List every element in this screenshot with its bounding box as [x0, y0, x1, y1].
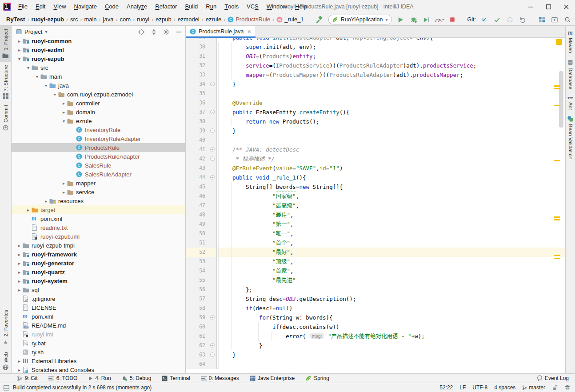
gutter-line-number[interactable]: 44 [186, 173, 209, 182]
tree-row[interactable]: ▸External Libraries [12, 356, 185, 365]
breadcrumb-item[interactable]: RyTest [6, 16, 25, 23]
gutter-line-number[interactable]: 49 [186, 220, 209, 229]
tree-row[interactable]: ?ry.bat [12, 339, 185, 348]
tree-toggle-icon[interactable]: ▸ [60, 181, 67, 186]
menu-navigate[interactable]: Navigate [70, 0, 101, 13]
toolwindow-button-terminal[interactable]: Terminal [162, 375, 190, 381]
fold-column[interactable] [209, 350, 217, 360]
code-text[interactable]: "顶级", [217, 257, 565, 266]
gutter-line-number[interactable]: 50 [186, 229, 209, 238]
breadcrumb-item[interactable]: main [84, 16, 96, 23]
tree-row[interactable]: .gitignore [12, 294, 185, 303]
gutter-line-number[interactable]: 29 [186, 38, 209, 42]
fold-marker-icon[interactable] [210, 128, 215, 133]
stripe-item-2-favorites[interactable]: 2: Favorites★ [0, 307, 11, 348]
code-line[interactable]: 55"最先进" [186, 276, 565, 285]
menu-refactor[interactable]: Refactor [151, 0, 181, 13]
breadcrumb-item[interactable]: ruoyi [137, 16, 149, 23]
code-line[interactable]: 29public void init(EzRuleAdapter adt, Ma… [186, 38, 565, 42]
tree-toggle-icon[interactable]: ▾ [60, 119, 67, 124]
tree-row[interactable]: ▾ezrule [12, 116, 185, 125]
tree-row[interactable]: ▸ruoyi-generator [12, 259, 185, 268]
code-line[interactable]: 30super.init(adt, env); [186, 42, 565, 52]
run-button[interactable] [397, 16, 405, 24]
code-text[interactable]: "最佳", [217, 210, 565, 220]
tree-row[interactable]: ▸mapper [12, 179, 185, 188]
caret-position[interactable]: 52:22 [439, 384, 453, 391]
code-text[interactable]: } [217, 350, 565, 360]
debug-button[interactable] [410, 16, 418, 24]
gutter-line-number[interactable]: 34 [186, 80, 209, 89]
tree-row[interactable]: ▸service [12, 188, 185, 196]
fold-column[interactable] [209, 126, 217, 136]
tree-toggle-icon[interactable]: ▸ [25, 208, 32, 212]
gutter-line-number[interactable]: 31 [186, 52, 209, 61]
indent-style[interactable]: 4 spaces [494, 384, 515, 391]
tree-row[interactable]: ▸ruoyi-common [12, 36, 185, 45]
tree-toggle-icon[interactable]: ▾ [16, 56, 23, 61]
menu-run[interactable]: Run [202, 0, 220, 13]
event-log-button[interactable]: Event Log [537, 375, 569, 381]
code-line[interactable]: 43@EzRuleEvent(value="SAVE",id="1") [186, 164, 565, 173]
tree-row[interactable]: ▾src [12, 63, 185, 72]
toolwindow-icon[interactable] [4, 385, 9, 391]
stripe-item-web[interactable]: Web [0, 349, 11, 373]
code-text[interactable]: mapper=(ProductsMapper)((ProductsRuleAda… [217, 70, 565, 80]
tree-toggle-icon[interactable]: ▸ [16, 279, 23, 284]
code-line[interactable]: 54"首家", [186, 266, 565, 276]
fold-marker-icon[interactable] [210, 175, 215, 180]
gutter-line-number[interactable]: 43 [186, 164, 209, 173]
fold-marker-icon[interactable] [210, 343, 215, 348]
tree-row[interactable]: ▾ruoyi-ezpub [12, 54, 185, 63]
gutter-line-number[interactable]: 45 [186, 182, 209, 192]
stripe-item-ant[interactable]: Ant [566, 92, 575, 113]
fold-column[interactable] [209, 154, 217, 164]
tree-row[interactable]: ▾com.ruoyi.ezpub.ezmodel [12, 90, 185, 99]
code-text[interactable]: } [217, 341, 565, 350]
line-separator[interactable]: LF [459, 384, 466, 391]
gutter-line-number[interactable]: 52 [186, 248, 209, 257]
gutter-line-number[interactable]: 39 [186, 126, 209, 136]
minimize-button[interactable] [522, 0, 539, 13]
tree-row[interactable]: readme.txt [12, 223, 185, 232]
tree-toggle-icon[interactable]: ▸ [60, 190, 67, 195]
stripe-item-database[interactable]: Database [566, 56, 575, 92]
code-line[interactable]: 47"最高级", [186, 201, 565, 210]
code-line[interactable]: 36@Override [186, 98, 565, 108]
tree-toggle-icon[interactable]: ▾ [52, 92, 58, 97]
stripe-item-maven[interactable]: mMaven [566, 26, 575, 56]
code-line[interactable]: 42* 检测描述 */ [186, 154, 565, 164]
code-line[interactable]: 63} [186, 350, 565, 360]
gutter-line-number[interactable]: 58 [186, 304, 209, 313]
menu-code[interactable]: Code [101, 0, 123, 13]
code-line[interactable]: 57String desc=OBJ.getDescription(); [186, 294, 565, 304]
tree-toggle-icon[interactable]: ▸ [16, 261, 23, 266]
code-text[interactable]: if(desc!=null) [217, 304, 565, 313]
gutter-line-number[interactable]: 56 [186, 285, 209, 294]
gutter-line-number[interactable]: 55 [186, 276, 209, 285]
toolwindow-button-0-messages[interactable]: 0: Messages [201, 375, 239, 381]
tree-row[interactable]: ▸ruoyi-quartz [12, 268, 185, 276]
code-text[interactable]: * 检测描述 */ [217, 154, 565, 164]
gutter-line-number[interactable]: 38 [186, 117, 209, 126]
code-text[interactable] [217, 89, 565, 98]
toolwindow-button-java-enterprise[interactable]: Java Enterprise [250, 375, 295, 381]
code-text[interactable]: OBJ=(Products)entity; [217, 52, 565, 61]
code-line[interactable]: 31OBJ=(Products)entity; [186, 52, 565, 61]
tree-row[interactable]: ▸controller [12, 99, 185, 108]
code-text[interactable]: }; [217, 285, 565, 294]
tree-toggle-icon[interactable]: ▾ [43, 83, 49, 88]
code-line[interactable]: 62} [186, 341, 565, 350]
gutter-line-number[interactable]: 51 [186, 238, 209, 248]
fold-column[interactable] [209, 80, 217, 89]
code-line[interactable]: 59for(String w: bwords){ [186, 313, 565, 322]
tree-toggle-icon[interactable]: ▸ [43, 199, 49, 204]
tree-toggle-icon[interactable]: ▸ [16, 48, 23, 52]
code-line[interactable]: 58if(desc!=null) [186, 304, 565, 313]
fold-column[interactable] [209, 108, 217, 117]
code-line[interactable]: 46"国家级", [186, 192, 565, 201]
tree-row[interactable]: mpom.xml [12, 214, 185, 223]
code-line[interactable]: 60if(desc.contains(w)) [186, 322, 565, 332]
tree-row[interactable]: CInventoryRule [12, 125, 185, 134]
code-line[interactable]: 37public EzBaseEntity createEntity(){ [186, 108, 565, 117]
